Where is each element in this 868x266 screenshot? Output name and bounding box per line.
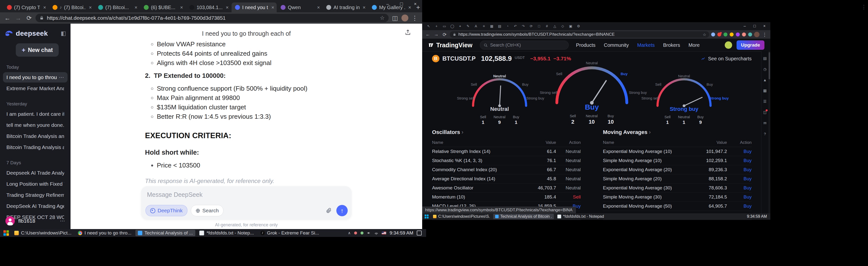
start-button[interactable] <box>3 230 9 236</box>
browser-tab[interactable]: I need you t...× <box>231 2 277 12</box>
toolbar-icon[interactable]: + <box>433 24 440 28</box>
browser-tab[interactable]: (6) $UBE...× <box>140 2 185 12</box>
rail-icon[interactable]: ? <box>764 132 766 136</box>
sidebar-chat-item[interactable]: tell me when youre done. <box>3 120 68 130</box>
taskbar-clock[interactable]: 9:34:59 AM <box>390 230 413 236</box>
browser-tab[interactable]: ♪(7) Bitcoi...× <box>49 2 94 12</box>
taskbar-item[interactable]: Technical Analysis of Bitcoin ... <box>493 214 554 219</box>
sidebar-collapse-icon[interactable]: ◧ <box>61 30 66 37</box>
extension-icon[interactable] <box>748 33 752 36</box>
taskbar-item[interactable]: *fdsfdsfds.txt - Notepad <box>555 214 606 219</box>
address-bar[interactable]: https://www.tradingview.com/symbols/BTCU… <box>450 31 709 38</box>
table-row[interactable]: Momentum (10)185.4Sell <box>432 193 581 202</box>
attach-icon[interactable] <box>326 207 332 214</box>
back-icon[interactable]: ← <box>425 32 431 37</box>
sidebar-chat-item[interactable]: Trading Strategy Refinement a... <box>3 190 68 200</box>
tray-expand-icon[interactable]: ∧ <box>348 231 351 235</box>
extension-icon[interactable] <box>730 33 734 36</box>
address-bar[interactable]: https://chat.deepseek.com/a/chat/s/1e9d7… <box>35 14 389 22</box>
profile-more-icon[interactable]: ⋯ <box>60 218 65 224</box>
tv-nav-brokers[interactable]: Brokers <box>663 42 680 48</box>
sidebar-chat-item[interactable]: Bitcoin Trading Analysis and A... <box>3 142 68 153</box>
symbol-name[interactable]: BTCUSDT.P <box>442 55 476 62</box>
table-title[interactable]: Oscillators› <box>432 129 581 135</box>
taskbar-item[interactable]: C:\Users\windows\Pictures\S... <box>431 214 492 219</box>
table-row[interactable]: Stochastic %K (14, 3, 3)76.1Neutral <box>432 156 581 165</box>
tv-nav-products[interactable]: Products <box>576 42 595 48</box>
tab-close-icon[interactable]: × <box>271 5 275 10</box>
scrollbar[interactable] <box>768 51 770 213</box>
sidebar-chat-item[interactable]: I need you to go through eac...⋯ <box>3 72 68 82</box>
taskbar-item[interactable]: I need you to go thro... <box>75 230 134 236</box>
volume-icon[interactable] <box>367 231 371 235</box>
maximize-button[interactable]: □ <box>750 22 760 30</box>
profile-avatar[interactable] <box>754 32 760 37</box>
table-row[interactable]: Exponential Moving Average (20)89,236.3B… <box>603 165 752 174</box>
table-row[interactable]: Simple Moving Average (30)72,184.5Buy <box>603 193 752 202</box>
tv-search-box[interactable]: Search (Ctrl+K) <box>480 41 569 49</box>
upgrade-button[interactable]: Upgrade <box>737 40 765 50</box>
network-icon[interactable] <box>374 231 378 235</box>
toolbar-icon[interactable]: ▦ <box>488 24 496 28</box>
toolbar-icon[interactable]: ◔ <box>503 24 512 28</box>
extension-icon[interactable] <box>742 33 746 36</box>
browser-tab[interactable]: (7) Crypto Typ...× <box>3 2 49 12</box>
send-button[interactable]: ↑ <box>336 205 348 216</box>
sidebar-chat-item[interactable]: Deepseek AI Trade Analysis an... <box>3 168 68 178</box>
tv-nav-markets[interactable]: Markets <box>637 42 655 48</box>
taskbar-item[interactable]: C:\Users\windows\Pict... <box>12 230 74 236</box>
sidebar-chat-item[interactable]: Long Position with Fixed Take ... <box>3 179 68 189</box>
browser-tab[interactable]: (7) Bitcoi...× <box>95 2 140 12</box>
sidebar-chat-item[interactable]: Bitcoin Trade Analysis and Stra... <box>3 131 68 141</box>
taskbar-item[interactable]: *fdsfdsfds.txt - Notep... <box>197 230 256 236</box>
new-chat-button[interactable]: + New chat <box>16 43 59 57</box>
table-row[interactable]: Commodity Channel Index (20)66.7Neutral <box>432 165 581 174</box>
table-row[interactable]: Exponential Moving Average (50)64,905.7B… <box>603 202 752 211</box>
start-button[interactable] <box>425 214 429 219</box>
profile-row[interactable]: flb1618 ⋯ <box>0 213 70 229</box>
search-toggle-button[interactable]: Search <box>191 205 224 216</box>
rail-icon[interactable]: ◷ <box>763 67 766 71</box>
sidebar-chat-item[interactable]: I am patient. I dont care if we <box>3 109 68 119</box>
extension-icon[interactable] <box>711 33 715 36</box>
tray-app-icon[interactable] <box>354 232 357 234</box>
tab-close-icon[interactable]: × <box>225 5 229 10</box>
toolbar-icon[interactable]: ▣ <box>567 24 575 28</box>
toolbar-icon[interactable]: ◇ <box>559 24 567 28</box>
toolbar-icon[interactable]: ↖ <box>425 24 433 28</box>
tab-close-icon[interactable]: × <box>362 5 366 10</box>
toolbar-icon[interactable]: ⟳ <box>527 24 535 28</box>
maximize-button[interactable]: □ <box>395 0 408 8</box>
table-row[interactable]: Simple Moving Average (20)88,158.2Buy <box>603 174 752 184</box>
message-input[interactable]: Message DeepSeek DeepThink Search <box>141 186 352 220</box>
action-center-icon[interactable] <box>417 231 422 235</box>
browser-tab[interactable]: 103,084.1...× <box>186 2 231 12</box>
rail-icon[interactable]: ✉ <box>764 121 767 125</box>
sidebar-chat-item[interactable]: Extreme Fear Market Analysis ... <box>3 83 68 94</box>
toolbar-icon[interactable]: # <box>543 24 551 28</box>
side-panel-icon[interactable]: ◫ <box>391 13 400 23</box>
tab-close-icon[interactable]: × <box>88 5 92 10</box>
toolbar-icon[interactable]: ↷ <box>519 24 527 28</box>
toolbar-icon[interactable]: ✎ <box>464 24 472 28</box>
menu-kebab-icon[interactable]: ⋮ <box>410 13 419 23</box>
scrollbar-thumb[interactable] <box>769 52 770 79</box>
table-row[interactable]: Awesome Oscillator46,703.7Neutral <box>432 184 581 193</box>
forward-icon[interactable]: → <box>14 13 23 23</box>
close-button[interactable]: × <box>408 0 422 8</box>
rail-icon[interactable]: ☰ <box>763 99 766 104</box>
profile-avatar[interactable] <box>401 14 408 22</box>
share-chat-icon[interactable] <box>404 29 411 36</box>
extension-icon[interactable] <box>723 33 727 36</box>
table-row[interactable]: Exponential Moving Average (10)101,947.2… <box>603 147 752 156</box>
forward-icon[interactable]: → <box>433 32 439 37</box>
bookmark-star-icon[interactable]: ☆ <box>380 15 385 21</box>
table-title[interactable]: Moving Averages› <box>603 129 752 135</box>
table-row[interactable]: Average Directional Index (14)45.8Neutra… <box>432 174 581 184</box>
tab-audio-icon[interactable]: ♪ <box>60 5 62 10</box>
toolbar-icon[interactable]: ▭ <box>440 24 448 28</box>
toolbar-icon[interactable]: ⚙ <box>575 24 583 28</box>
browser-tab[interactable]: Qwen× <box>277 2 322 12</box>
reload-icon[interactable]: ⟳ <box>25 13 34 23</box>
table-row[interactable]: Simple Moving Average (10)102,259.1Buy <box>603 156 752 165</box>
